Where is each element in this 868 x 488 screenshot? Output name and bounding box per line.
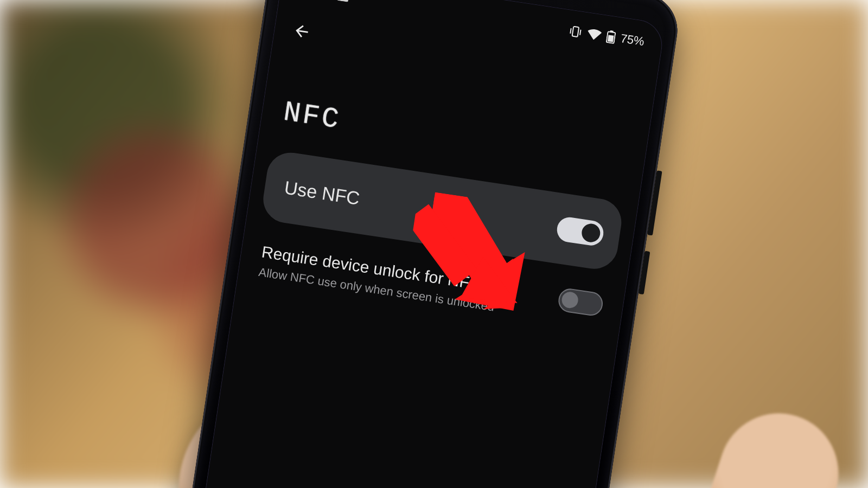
wifi-icon xyxy=(586,28,602,41)
hand-finger-right xyxy=(687,398,854,488)
battery-icon xyxy=(605,30,616,44)
toggle-knob xyxy=(561,291,579,309)
svg-rect-3 xyxy=(608,35,614,42)
stage: 16:39 xyxy=(0,0,868,488)
toggle-knob xyxy=(580,222,602,243)
phone-screen: 16:39 xyxy=(171,0,666,488)
vibrate-icon xyxy=(568,25,583,38)
require-unlock-toggle[interactable] xyxy=(557,287,604,317)
phone-side-button xyxy=(647,170,662,235)
phone-frame: 16:39 xyxy=(155,0,682,488)
phone-side-button xyxy=(639,251,650,295)
phone-body: 16:39 xyxy=(155,0,682,488)
use-nfc-label: Use NFC xyxy=(283,177,361,209)
svg-rect-0 xyxy=(572,27,579,37)
use-nfc-toggle[interactable] xyxy=(556,216,605,247)
cloud-icon xyxy=(335,0,349,2)
